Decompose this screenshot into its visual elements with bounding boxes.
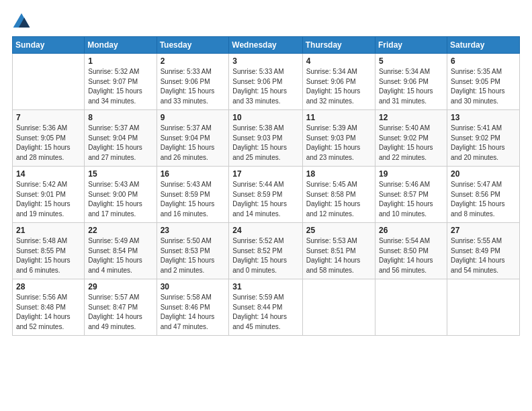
day-number: 21 <box>16 226 81 235</box>
page: SundayMondayTuesdayWednesdayThursdayFrid… <box>0 0 532 411</box>
day-of-week-thursday: Thursday <box>302 37 375 54</box>
day-number: 4 <box>306 56 371 66</box>
day-number: 14 <box>16 169 81 179</box>
day-info: Sunrise: 5:52 AMSunset: 8:52 PMDaylight:… <box>232 236 298 275</box>
week-row-4: 21Sunrise: 5:48 AMSunset: 8:55 PMDayligh… <box>13 223 520 279</box>
calendar-cell: 19Sunrise: 5:46 AMSunset: 8:57 PMDayligh… <box>375 167 447 223</box>
calendar-cell: 8Sunrise: 5:37 AMSunset: 9:04 PMDaylight… <box>85 110 157 167</box>
calendar-cell <box>13 54 85 110</box>
day-info: Sunrise: 5:46 AMSunset: 8:57 PMDaylight:… <box>379 180 443 219</box>
day-info: Sunrise: 5:40 AMSunset: 9:02 PMDaylight:… <box>379 124 443 163</box>
calendar-header: SundayMondayTuesdayWednesdayThursdayFrid… <box>13 37 520 54</box>
calendar-cell: 29Sunrise: 5:57 AMSunset: 8:47 PMDayligh… <box>85 279 157 336</box>
day-number: 19 <box>379 169 443 179</box>
day-number: 8 <box>88 113 152 122</box>
logo <box>12 12 34 31</box>
day-info: Sunrise: 5:33 AMSunset: 9:06 PMDaylight:… <box>161 67 226 106</box>
calendar-cell: 27Sunrise: 5:55 AMSunset: 8:49 PMDayligh… <box>447 223 519 279</box>
calendar-table: SundayMondayTuesdayWednesdayThursdayFrid… <box>12 36 520 336</box>
day-info: Sunrise: 5:54 AMSunset: 8:50 PMDaylight:… <box>379 236 443 275</box>
week-row-3: 14Sunrise: 5:42 AMSunset: 9:01 PMDayligh… <box>13 167 520 223</box>
day-number: 11 <box>306 113 371 122</box>
day-of-week-monday: Monday <box>85 37 157 54</box>
calendar-cell: 5Sunrise: 5:34 AMSunset: 9:06 PMDaylight… <box>375 54 447 110</box>
day-of-week-tuesday: Tuesday <box>157 37 229 54</box>
calendar-cell: 17Sunrise: 5:44 AMSunset: 8:59 PMDayligh… <box>229 167 302 223</box>
day-of-week-sunday: Sunday <box>13 37 85 54</box>
day-info: Sunrise: 5:49 AMSunset: 8:54 PMDaylight:… <box>88 236 152 275</box>
day-info: Sunrise: 5:36 AMSunset: 9:05 PMDaylight:… <box>16 124 81 163</box>
day-info: Sunrise: 5:57 AMSunset: 8:47 PMDaylight:… <box>88 293 152 332</box>
day-number: 16 <box>161 169 226 179</box>
day-number: 31 <box>232 282 298 291</box>
calendar-body: 1Sunrise: 5:32 AMSunset: 9:07 PMDaylight… <box>13 54 520 336</box>
calendar-cell: 14Sunrise: 5:42 AMSunset: 9:01 PMDayligh… <box>13 167 85 223</box>
calendar-cell: 20Sunrise: 5:47 AMSunset: 8:56 PMDayligh… <box>447 167 519 223</box>
day-number: 30 <box>161 282 226 291</box>
day-info: Sunrise: 5:32 AMSunset: 9:07 PMDaylight:… <box>88 67 152 106</box>
day-info: Sunrise: 5:41 AMSunset: 9:02 PMDaylight:… <box>451 124 516 163</box>
day-number: 17 <box>232 169 298 179</box>
week-row-1: 1Sunrise: 5:32 AMSunset: 9:07 PMDaylight… <box>13 54 520 110</box>
day-number: 25 <box>306 226 371 235</box>
day-number: 23 <box>161 226 226 235</box>
day-number: 9 <box>161 113 226 122</box>
calendar-cell: 10Sunrise: 5:38 AMSunset: 9:03 PMDayligh… <box>229 110 302 167</box>
day-number: 22 <box>88 226 152 235</box>
day-number: 5 <box>379 56 443 66</box>
day-number: 1 <box>88 56 152 66</box>
day-number: 10 <box>232 113 298 122</box>
day-info: Sunrise: 5:45 AMSunset: 8:58 PMDaylight:… <box>306 180 371 219</box>
day-number: 28 <box>16 282 81 291</box>
day-number: 13 <box>451 113 516 122</box>
calendar-cell: 1Sunrise: 5:32 AMSunset: 9:07 PMDaylight… <box>85 54 157 110</box>
day-info: Sunrise: 5:56 AMSunset: 8:48 PMDaylight:… <box>16 293 81 332</box>
day-info: Sunrise: 5:47 AMSunset: 8:56 PMDaylight:… <box>451 180 516 219</box>
day-info: Sunrise: 5:53 AMSunset: 8:51 PMDaylight:… <box>306 236 371 275</box>
day-of-week-friday: Friday <box>375 37 447 54</box>
calendar-cell: 28Sunrise: 5:56 AMSunset: 8:48 PMDayligh… <box>13 279 85 336</box>
calendar-cell: 22Sunrise: 5:49 AMSunset: 8:54 PMDayligh… <box>85 223 157 279</box>
day-info: Sunrise: 5:44 AMSunset: 8:59 PMDaylight:… <box>232 180 298 219</box>
calendar-cell: 16Sunrise: 5:43 AMSunset: 8:59 PMDayligh… <box>157 167 229 223</box>
day-info: Sunrise: 5:35 AMSunset: 9:05 PMDaylight:… <box>451 67 516 106</box>
logo-icon <box>12 12 31 31</box>
day-number: 27 <box>451 226 516 235</box>
day-info: Sunrise: 5:33 AMSunset: 9:06 PMDaylight:… <box>232 67 298 106</box>
day-info: Sunrise: 5:38 AMSunset: 9:03 PMDaylight:… <box>232 124 298 163</box>
calendar-cell: 30Sunrise: 5:58 AMSunset: 8:46 PMDayligh… <box>157 279 229 336</box>
day-info: Sunrise: 5:37 AMSunset: 9:04 PMDaylight:… <box>88 124 152 163</box>
calendar-cell: 23Sunrise: 5:50 AMSunset: 8:53 PMDayligh… <box>157 223 229 279</box>
day-info: Sunrise: 5:34 AMSunset: 9:06 PMDaylight:… <box>306 67 371 106</box>
day-of-week-saturday: Saturday <box>447 37 519 54</box>
calendar-cell <box>302 279 375 336</box>
day-number: 2 <box>161 56 226 66</box>
week-row-2: 7Sunrise: 5:36 AMSunset: 9:05 PMDaylight… <box>13 110 520 167</box>
calendar-cell: 6Sunrise: 5:35 AMSunset: 9:05 PMDaylight… <box>447 54 519 110</box>
calendar-cell: 25Sunrise: 5:53 AMSunset: 8:51 PMDayligh… <box>302 223 375 279</box>
day-number: 3 <box>232 56 298 66</box>
days-header-row: SundayMondayTuesdayWednesdayThursdayFrid… <box>13 37 520 54</box>
calendar-cell: 9Sunrise: 5:37 AMSunset: 9:04 PMDaylight… <box>157 110 229 167</box>
day-number: 12 <box>379 113 443 122</box>
day-number: 24 <box>232 226 298 235</box>
day-number: 26 <box>379 226 443 235</box>
day-number: 20 <box>451 169 516 179</box>
calendar-cell: 12Sunrise: 5:40 AMSunset: 9:02 PMDayligh… <box>375 110 447 167</box>
day-info: Sunrise: 5:59 AMSunset: 8:44 PMDaylight:… <box>232 293 298 332</box>
day-info: Sunrise: 5:42 AMSunset: 9:01 PMDaylight:… <box>16 180 81 219</box>
calendar-cell: 18Sunrise: 5:45 AMSunset: 8:58 PMDayligh… <box>302 167 375 223</box>
day-number: 7 <box>16 113 81 122</box>
day-info: Sunrise: 5:43 AMSunset: 8:59 PMDaylight:… <box>161 180 226 219</box>
day-number: 15 <box>88 169 152 179</box>
calendar-cell: 4Sunrise: 5:34 AMSunset: 9:06 PMDaylight… <box>302 54 375 110</box>
calendar-cell <box>375 279 447 336</box>
day-number: 18 <box>306 169 371 179</box>
calendar-cell: 26Sunrise: 5:54 AMSunset: 8:50 PMDayligh… <box>375 223 447 279</box>
day-info: Sunrise: 5:55 AMSunset: 8:49 PMDaylight:… <box>451 236 516 275</box>
day-number: 29 <box>88 282 152 291</box>
day-info: Sunrise: 5:34 AMSunset: 9:06 PMDaylight:… <box>379 67 443 106</box>
day-of-week-wednesday: Wednesday <box>229 37 302 54</box>
day-info: Sunrise: 5:48 AMSunset: 8:55 PMDaylight:… <box>16 236 81 275</box>
day-info: Sunrise: 5:58 AMSunset: 8:46 PMDaylight:… <box>161 293 226 332</box>
